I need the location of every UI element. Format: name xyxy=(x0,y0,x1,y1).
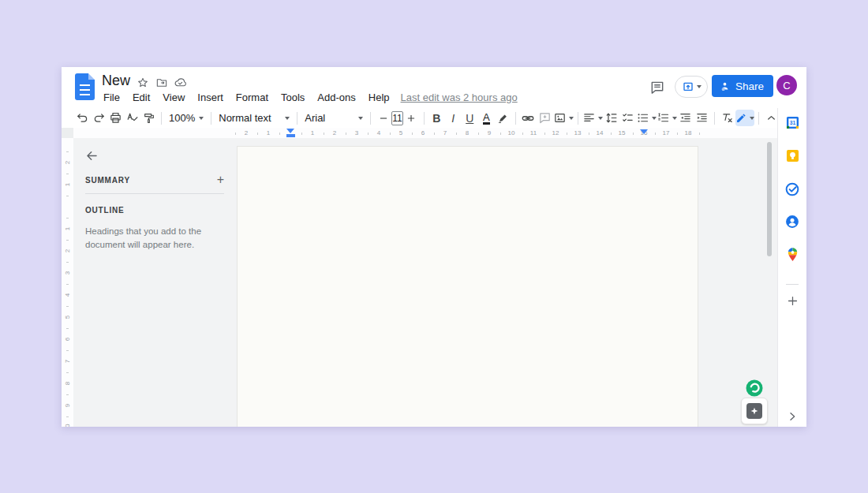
last-edit-link[interactable]: Last edit was 2 hours ago xyxy=(401,92,518,103)
ruler-tick xyxy=(66,240,69,241)
get-addons-button[interactable] xyxy=(778,294,806,308)
outline-heading: OUTLINE xyxy=(85,206,125,215)
sidebar-item-tasks[interactable] xyxy=(778,181,806,197)
help-button[interactable] xyxy=(745,379,764,398)
menu-item-help[interactable]: Help xyxy=(362,90,396,105)
spellcheck-button[interactable] xyxy=(124,110,140,126)
menu-item-file[interactable]: File xyxy=(97,90,126,105)
align-button[interactable] xyxy=(582,110,603,126)
ruler-tick xyxy=(66,372,69,373)
ruler-tick xyxy=(500,133,501,135)
print-button[interactable] xyxy=(107,110,124,126)
font-size-decrease-button[interactable] xyxy=(375,110,391,126)
document-page[interactable] xyxy=(237,146,698,427)
menu-item-edit[interactable]: Edit xyxy=(126,90,156,105)
chevron-right-icon xyxy=(786,410,799,423)
ruler-number: 8 xyxy=(64,378,72,390)
ruler-tick xyxy=(567,133,567,135)
insert-link-button[interactable] xyxy=(520,110,537,126)
docs-icon-lines xyxy=(80,84,90,96)
paragraph-style-select[interactable]: Normal text xyxy=(215,112,293,124)
ruler-tick xyxy=(434,133,435,135)
account-avatar[interactable]: C xyxy=(776,75,797,95)
move-folder-icon[interactable] xyxy=(155,76,168,89)
paint-format-button[interactable] xyxy=(140,110,157,126)
undo-button[interactable] xyxy=(74,110,91,126)
add-summary-button[interactable]: + xyxy=(217,174,224,185)
side-panel-divider xyxy=(786,284,799,285)
first-line-indent-marker[interactable] xyxy=(286,129,294,133)
bulleted-list-button[interactable] xyxy=(636,110,657,126)
menu-item-format[interactable]: Format xyxy=(230,90,275,105)
increase-indent-button[interactable] xyxy=(694,110,710,126)
ruler-tick xyxy=(66,218,69,218)
ruler-tick xyxy=(235,133,236,135)
document-title[interactable]: New xyxy=(102,73,130,89)
font-family-select[interactable]: Arial xyxy=(301,112,366,124)
underline-button[interactable]: U xyxy=(462,110,478,126)
editing-mode-button[interactable] xyxy=(735,110,754,126)
right-indent-marker[interactable] xyxy=(640,129,648,134)
present-caret-icon xyxy=(697,85,702,88)
italic-button[interactable]: I xyxy=(445,110,462,126)
docs-home-icon[interactable] xyxy=(75,73,95,100)
font-size-increase-button[interactable] xyxy=(403,110,420,126)
menu-item-view[interactable]: View xyxy=(156,90,191,105)
decrease-indent-icon xyxy=(679,111,692,125)
ruler-tick xyxy=(66,416,69,417)
ruler-number: 11 xyxy=(530,129,537,136)
sidebar-item-calendar[interactable]: 31 xyxy=(778,115,806,130)
avatar-initial: C xyxy=(783,80,790,92)
vertical-ruler: 2112345678910 xyxy=(62,138,73,427)
cloud-saved-icon[interactable] xyxy=(174,76,187,89)
share-button[interactable]: Share xyxy=(712,75,773,97)
tasks-icon xyxy=(784,181,800,197)
toolbar-divider xyxy=(161,112,162,125)
ruler-number: 7 xyxy=(64,356,72,368)
add-comment-button[interactable] xyxy=(537,110,553,126)
text-color-button[interactable]: A xyxy=(478,110,495,126)
insert-image-button[interactable] xyxy=(553,110,574,126)
open-comment-history-button[interactable] xyxy=(647,77,668,98)
numbered-list-caret-icon xyxy=(672,117,677,120)
horizontal-ruler: 21123456789101112131415161718 xyxy=(62,128,777,138)
numbered-list-icon xyxy=(657,111,670,125)
ruler-tick xyxy=(368,133,369,135)
ruler-tick xyxy=(66,196,69,196)
font-size-input[interactable]: 11 xyxy=(391,111,402,125)
numbered-list-button[interactable] xyxy=(657,110,677,126)
menu-item-addons[interactable]: Add-ons xyxy=(311,90,361,105)
hide-side-panel-button[interactable] xyxy=(778,410,806,423)
vertical-scrollbar-thumb[interactable] xyxy=(767,142,772,256)
minus-icon xyxy=(378,113,389,124)
sidebar-item-contacts[interactable] xyxy=(778,214,806,230)
star-icon[interactable] xyxy=(136,76,149,89)
clear-formatting-button[interactable] xyxy=(719,110,735,126)
ruler-number: 1 xyxy=(64,223,72,235)
explore-button[interactable] xyxy=(741,398,768,424)
zoom-select[interactable]: 100% xyxy=(166,112,207,124)
google-docs-window: New File Edit View Insert Format Tools A… xyxy=(62,67,806,427)
ruler-number: 18 xyxy=(685,129,692,136)
ruler-number: 5 xyxy=(64,312,72,323)
ruler-tick xyxy=(456,133,457,135)
toolbar-divider xyxy=(297,112,297,125)
menu-item-insert[interactable]: Insert xyxy=(191,90,230,105)
desktop-background: { "header": { "title": "New", "menu": ["… xyxy=(0,0,868,493)
present-box-arrow-icon xyxy=(682,80,694,93)
checklist-button[interactable] xyxy=(619,110,636,126)
redo-button[interactable] xyxy=(91,110,107,126)
ruler-tick xyxy=(412,133,413,135)
ruler-tick xyxy=(324,133,324,135)
menu-item-tools[interactable]: Tools xyxy=(275,90,311,105)
decrease-indent-button[interactable] xyxy=(677,110,694,126)
sidebar-item-maps[interactable] xyxy=(778,247,806,262)
bold-button[interactable]: B xyxy=(428,110,445,126)
ruler-number: 13 xyxy=(574,129,582,136)
close-outline-button[interactable] xyxy=(84,148,99,163)
highlight-color-button[interactable] xyxy=(495,110,511,126)
line-spacing-button[interactable] xyxy=(603,110,619,126)
left-indent-marker[interactable] xyxy=(286,134,295,137)
sidebar-item-keep[interactable] xyxy=(778,148,806,163)
present-to-meeting-button[interactable] xyxy=(675,76,708,98)
